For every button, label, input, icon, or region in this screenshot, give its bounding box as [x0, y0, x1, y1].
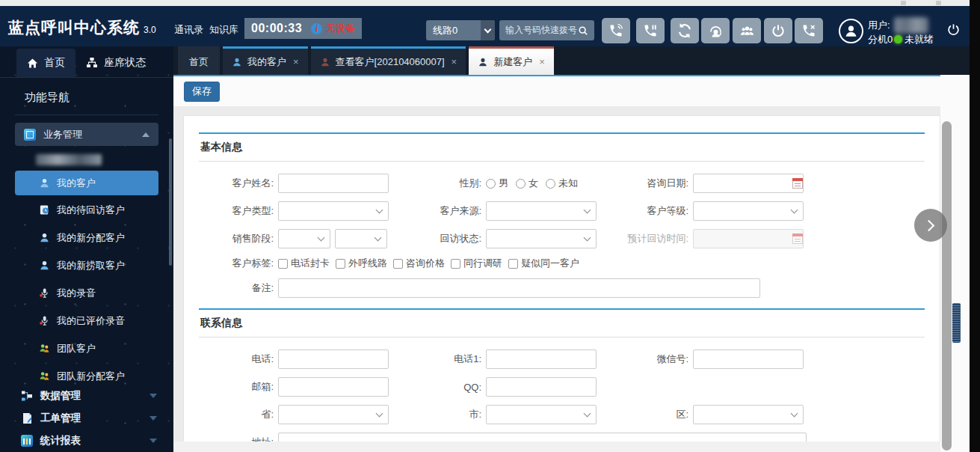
- wechat-input[interactable]: [693, 349, 804, 369]
- sidebar-group-reports-label: 统计报表: [40, 434, 81, 448]
- team-icon: [39, 370, 50, 382]
- hold-call-button[interactable]: [636, 18, 665, 43]
- redacted-username: [894, 17, 928, 34]
- quick-dial-input[interactable]: 输入号码快速拨号: [499, 20, 594, 40]
- agent-monitor-button[interactable]: [701, 18, 730, 43]
- phone-input[interactable]: [278, 349, 389, 369]
- team-icon: [39, 343, 50, 354]
- sidebar-group-data[interactable]: 数据管理: [0, 385, 173, 407]
- transfer-call-icon: [677, 22, 693, 39]
- divider: [199, 161, 925, 162]
- user-label: 用户:: [868, 19, 890, 32]
- section-title-contact: 联系信息: [199, 310, 925, 337]
- search-icon[interactable]: [578, 25, 588, 36]
- basic-info-grid: 客户姓名: 性别: 男 女 未知 咨询日期: 客户类型:: [199, 174, 925, 298]
- sidebar-group-business[interactable]: 业务管理: [15, 123, 158, 146]
- save-button[interactable]: 保存: [184, 82, 220, 102]
- menu-knowledge-base[interactable]: 知识库: [209, 23, 238, 37]
- data-management-icon: [21, 390, 33, 402]
- tag-checkbox-outbound-line[interactable]: 外呼线路: [336, 257, 387, 270]
- person-icon: [39, 260, 50, 271]
- qq-input[interactable]: [486, 377, 597, 397]
- city-select[interactable]: [486, 405, 597, 424]
- next-page-button[interactable]: [914, 209, 947, 242]
- window-control-icon[interactable]: [901, 1, 906, 5]
- chevron-down-icon[interactable]: [481, 20, 495, 40]
- sidebar-item-newly-fetched[interactable]: 我的新捞取客户: [0, 251, 173, 279]
- gender-radio-female[interactable]: 女: [516, 177, 538, 190]
- checkbox-label: 咨询价格: [406, 257, 445, 270]
- customer-name-input[interactable]: [278, 174, 389, 193]
- qq-label: QQ:: [392, 382, 486, 393]
- sidebar-item-rated-recordings[interactable]: 我的已评价录音: [0, 307, 173, 335]
- close-icon[interactable]: ×: [293, 56, 299, 67]
- email-input[interactable]: [278, 377, 389, 397]
- customer-type-select[interactable]: [278, 201, 389, 221]
- sidebar-scrollbar[interactable]: [169, 138, 172, 266]
- horizontal-scroll-track[interactable]: [173, 442, 940, 452]
- microphone-icon: [39, 315, 50, 326]
- sidebar-item-team-newly-assigned[interactable]: 团队新分配客户: [0, 362, 173, 385]
- tag-checkbox-phone-blocked[interactable]: 电话封卡: [278, 257, 330, 270]
- sales-stage-select-1[interactable]: [278, 229, 330, 248]
- tab-label: 首页: [189, 55, 209, 69]
- sign-off-button[interactable]: [764, 18, 792, 43]
- app-window: 蓝点呼叫中心系统3.0 通讯录 知识库 00:00:33 i 无设备 线路0 输…: [0, 0, 980, 452]
- radio-label: 男: [499, 177, 508, 190]
- customer-level-select[interactable]: [693, 201, 804, 221]
- sidebar-tab-home[interactable]: 首页: [16, 49, 75, 77]
- sidebar-group-workorder[interactable]: 工单管理: [0, 407, 173, 430]
- remark-input[interactable]: [278, 278, 760, 298]
- sidebar-item-pending-callback[interactable]: 我的待回访客户: [0, 196, 173, 224]
- conference-button[interactable]: [733, 18, 761, 43]
- checkbox-icon: [451, 259, 460, 269]
- tab-my-customers[interactable]: 我的客户 ×: [223, 46, 308, 75]
- gender-radio-male[interactable]: 男: [486, 177, 508, 190]
- phone-label: 电话:: [199, 352, 278, 366]
- line-select[interactable]: 线路0: [426, 20, 495, 40]
- app-version: 3.0: [144, 25, 156, 35]
- hangup-button[interactable]: [795, 18, 823, 43]
- tag-checkbox-competitor-research[interactable]: 同行调研: [451, 257, 502, 270]
- sidebar-group-reports[interactable]: 统计报表: [0, 430, 173, 452]
- checkbox-label: 电话封卡: [291, 257, 330, 270]
- sales-stage-select-2[interactable]: [335, 229, 387, 248]
- district-select[interactable]: [693, 405, 804, 424]
- transfer-call-button[interactable]: [671, 18, 699, 43]
- close-icon[interactable]: ×: [452, 56, 457, 67]
- tab-label: 查看客户[202104060007]: [336, 55, 445, 69]
- close-icon[interactable]: ×: [539, 56, 545, 67]
- checkbox-icon: [393, 259, 403, 269]
- sidebar-item-team-customers[interactable]: 团队客户: [0, 335, 173, 362]
- tab-new-customer[interactable]: 新建客户 ×: [469, 46, 554, 75]
- customer-source-select[interactable]: [486, 201, 597, 221]
- sidebar-item-my-customers[interactable]: 我的客户: [15, 171, 158, 195]
- inner-scrollbar-thumb[interactable]: [952, 303, 961, 343]
- tab-view-customer[interactable]: 查看客户[202104060007] ×: [311, 46, 466, 75]
- phone1-input[interactable]: [486, 349, 597, 369]
- line-select-value: 线路0: [433, 24, 457, 37]
- vertical-scroll-track: [940, 75, 970, 452]
- logout-button[interactable]: [946, 22, 961, 37]
- remark-label: 备注:: [199, 281, 278, 295]
- calendar-icon[interactable]: [792, 178, 803, 189]
- gender-radio-unknown[interactable]: 未知: [546, 177, 578, 190]
- tag-checkbox-price-inquiry[interactable]: 咨询价格: [393, 257, 445, 270]
- dial-call-button[interactable]: [602, 18, 630, 43]
- window-control-icon[interactable]: [936, 1, 941, 5]
- sidebar-item-newly-assigned[interactable]: 我的新分配客户: [0, 224, 173, 251]
- power-icon: [771, 23, 786, 38]
- person-icon: [39, 177, 50, 189]
- radio-label: 未知: [558, 177, 578, 190]
- calendar-icon: [792, 233, 803, 244]
- sidebar-tab-agent-status[interactable]: 座席状态: [75, 49, 156, 77]
- tag-checkbox-suspected-duplicate[interactable]: 疑似同一客户: [508, 257, 579, 270]
- consult-date-input[interactable]: [693, 174, 804, 193]
- sidebar-item-my-recordings[interactable]: 我的录音: [0, 279, 173, 307]
- menu-contacts[interactable]: 通讯录: [174, 23, 203, 37]
- callback-status-select[interactable]: [486, 229, 597, 248]
- page-scrollbar-thumb[interactable]: [942, 121, 952, 451]
- user-avatar: [839, 19, 863, 43]
- tab-home[interactable]: 首页: [178, 46, 220, 75]
- province-select[interactable]: [278, 405, 389, 424]
